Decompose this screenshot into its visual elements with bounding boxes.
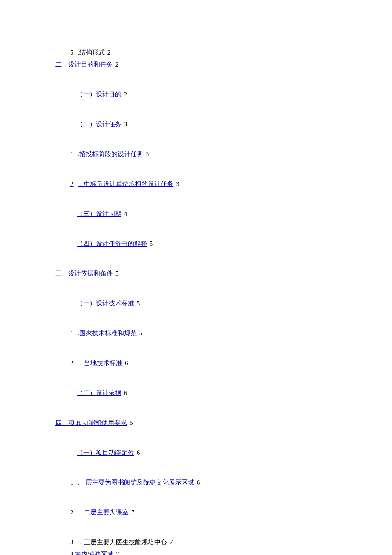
toc-row: （一）设计目的 2 (0, 90, 392, 99)
toc-page-number: 3 (124, 121, 127, 128)
toc-link[interactable]: 二、设计目的和任务 (55, 61, 113, 68)
toc-page-number: 5 (139, 330, 143, 337)
toc-link[interactable]: ．当地技术标准 (78, 360, 122, 366)
toc-number: 2 (70, 509, 74, 516)
toc-row: 1 .一层主要为图书阅览及院史文化展示区域 6 (0, 478, 392, 487)
toc-number: 5 (70, 49, 74, 56)
toc-page-number: 6 (137, 449, 140, 456)
toc-page-number: 2 (124, 91, 127, 98)
toc-page-number: 5 (150, 240, 153, 247)
toc-page-number: 6 (125, 360, 128, 366)
toc-link[interactable]: （二）设计依据 (77, 389, 121, 396)
toc-page-number: 2 (115, 61, 119, 68)
toc-row: 二、设计目的和任务 2 (0, 60, 392, 69)
toc-row: 三、设计依据和条件 5 (0, 269, 392, 278)
toc-page-number: 5 (115, 270, 119, 277)
toc-page-number: 6 (197, 479, 200, 486)
toc-row: （一）项目功能定位 6 (0, 448, 392, 457)
toc-link[interactable]: （二）设计任务 (77, 121, 121, 128)
toc-page-number: 6 (130, 419, 133, 426)
document-page: 5 .结构形式 2 二、设计目的和任务 2 （一）设计目的 2 （二）设计任务 … (0, 0, 392, 555)
toc-page-number: 7 (170, 539, 173, 546)
toc-page-number: 4 (124, 210, 127, 217)
toc-row: （三）设计周期 4 (0, 209, 392, 218)
toc-row: 3 ．三层主要为医生技能规培中心 7 (0, 538, 392, 547)
toc-row: 5 .结构形式 2 (0, 48, 392, 57)
toc-number[interactable]: 2 (70, 180, 74, 187)
toc-row: 4 室内辅助区域 7 (0, 549, 392, 555)
toc-row: 2 ．中标后设计单位承担的设计任务 3 (0, 179, 392, 189)
toc-text: ．三层主要为医生技能规培中心 (78, 539, 167, 546)
toc-link[interactable]: 4 室内辅助区域 (70, 551, 113, 555)
toc-page-number: 3 (146, 151, 149, 157)
toc-link[interactable]: .一层主要为图书阅览及院史文化展示区域 (78, 479, 194, 486)
toc-link[interactable]: （三）设计周期 (77, 210, 121, 217)
toc-number[interactable]: 1 (70, 151, 74, 157)
toc-number[interactable]: 2 (70, 360, 74, 366)
toc-row: 2 ．二层主要为课室 7 (0, 508, 392, 517)
toc-link[interactable]: （一）设计技术标准 (77, 300, 134, 307)
toc-link[interactable]: （一）项目功能定位 (77, 449, 134, 456)
toc-row: 1 .招投标阶段的设计任务 3 (0, 149, 392, 159)
toc-page-number: 5 (137, 300, 140, 307)
toc-page-number: 6 (124, 389, 127, 396)
toc-row: （二）设计任务 3 (0, 119, 392, 129)
toc-row: （四）设计任务书的解释 5 (0, 239, 392, 248)
toc-number: 3 (70, 539, 74, 546)
toc-row: （二）设计依据 6 (0, 388, 392, 398)
toc-link[interactable]: （四）设计任务书的解释 (77, 240, 147, 247)
toc-link[interactable]: ．二层主要为课室 (78, 509, 129, 516)
toc-page-number: 7 (116, 551, 119, 555)
toc-row: （一）设计技术标准 5 (0, 299, 392, 308)
toc-link[interactable]: （一）设计目的 (77, 91, 121, 98)
toc-page-number: 2 (107, 49, 111, 56)
toc-row: 2 ．当地技术标准 6 (0, 358, 392, 368)
toc-page-number: 3 (176, 180, 179, 187)
toc-number: 1 (70, 479, 74, 486)
toc-link[interactable]: .招投标阶段的设计任务 (78, 151, 143, 157)
toc-link[interactable]: ．中标后设计单位承担的设计任务 (78, 180, 173, 187)
toc-link[interactable]: .国家技术标准和规范 (78, 330, 137, 337)
toc-row: 1 .国家技术标准和规范 5 (0, 328, 392, 338)
toc-link[interactable]: 四、项 H 功能和使用要求 (55, 419, 127, 426)
toc-page-number: 7 (131, 509, 135, 516)
toc-link[interactable]: 三、设计依据和条件 (55, 270, 113, 277)
toc-row: 四、项 H 功能和使用要求 6 (0, 418, 392, 427)
toc-number[interactable]: 1 (70, 330, 74, 337)
toc-text: .结构形式 (78, 49, 105, 56)
